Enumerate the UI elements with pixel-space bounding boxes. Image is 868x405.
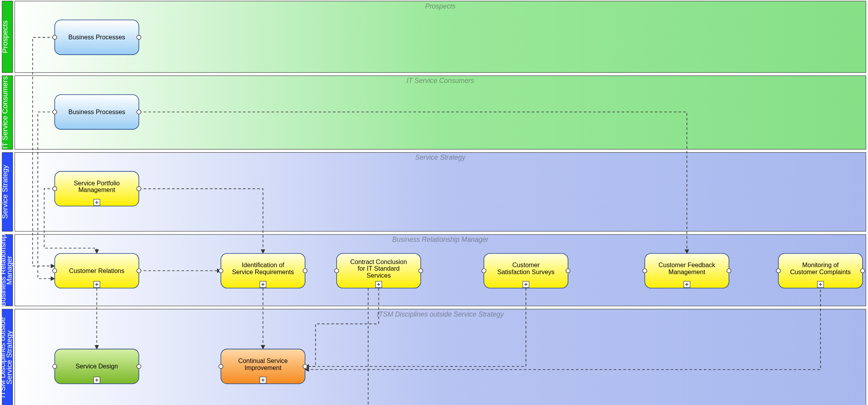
diagram-canvas: ProspectsProspectsIT Service ConsumersIT… <box>0 0 868 405</box>
lane-body-svcstrat <box>15 153 866 232</box>
port-left <box>482 269 486 273</box>
lane-header-itsc1: IT Service Consumers <box>406 77 474 85</box>
node-cfm[interactable]: Customer FeedbackManagement <box>643 254 731 288</box>
port-left <box>53 269 57 273</box>
port-right <box>303 364 307 369</box>
port-right <box>566 269 570 273</box>
lane-title-prospects: Prospects <box>1 21 9 53</box>
port-right <box>137 187 141 191</box>
node-label: Service PortfolioManagement <box>74 180 120 194</box>
node-csi[interactable]: Continual ServiceImprovement <box>219 349 307 384</box>
node-css[interactable]: CustomerSatisfaction Surveys <box>482 254 570 288</box>
node-cr[interactable]: Customer Relations <box>53 254 141 288</box>
node-isr[interactable]: Identification ofService Requirements <box>219 254 307 288</box>
lane-header-itsm: ITSM Disciplines outside Service Strateg… <box>377 310 504 318</box>
node-label: Service Design <box>76 363 118 370</box>
port-right <box>419 269 423 273</box>
node-bp2[interactable]: Business Processes <box>53 95 141 129</box>
node-label: Continual ServiceImprovement <box>238 357 288 371</box>
port-right <box>137 35 141 39</box>
port-right <box>137 269 141 273</box>
port-right <box>137 364 141 369</box>
port-right <box>861 269 865 273</box>
port-left <box>53 35 57 39</box>
lane-body-itsc1 <box>15 76 866 149</box>
port-left <box>53 187 57 191</box>
port-left <box>53 110 57 114</box>
node-ccs[interactable]: Contract Conclusionfor IT StandardServic… <box>335 254 423 288</box>
lane-header-svcstrat: Service Strategy <box>415 153 466 161</box>
port-left <box>643 269 647 273</box>
port-left <box>335 269 339 273</box>
port-left <box>53 364 57 369</box>
node-spm[interactable]: Service PortfolioManagement <box>53 171 141 206</box>
node-label: Business Processes <box>69 108 125 115</box>
node-label: Customer Relations <box>69 267 124 274</box>
lane-body-prospects <box>15 1 866 73</box>
lane-body-brm <box>15 234 866 306</box>
port-right <box>727 269 731 273</box>
port-right <box>137 110 141 114</box>
port-left <box>219 364 223 369</box>
lane-header-brm: Business Relationship Manager <box>392 236 489 243</box>
node-label: Business Processes <box>69 33 125 40</box>
port-left <box>219 269 223 273</box>
port-right <box>303 269 307 273</box>
lane-title-itsc1: IT Service Consumers <box>1 76 9 149</box>
lane-body-itsm <box>15 309 866 405</box>
node-sd[interactable]: Service Design <box>53 349 141 384</box>
lane-title-svcstrat: Service Strategy <box>1 165 9 219</box>
node-bp1[interactable]: Business Processes <box>53 20 141 55</box>
port-left <box>776 269 781 273</box>
node-mcc[interactable]: Monitoring ofCustomer Complaints <box>776 254 865 288</box>
lane-header-prospects: Prospects <box>425 2 455 10</box>
